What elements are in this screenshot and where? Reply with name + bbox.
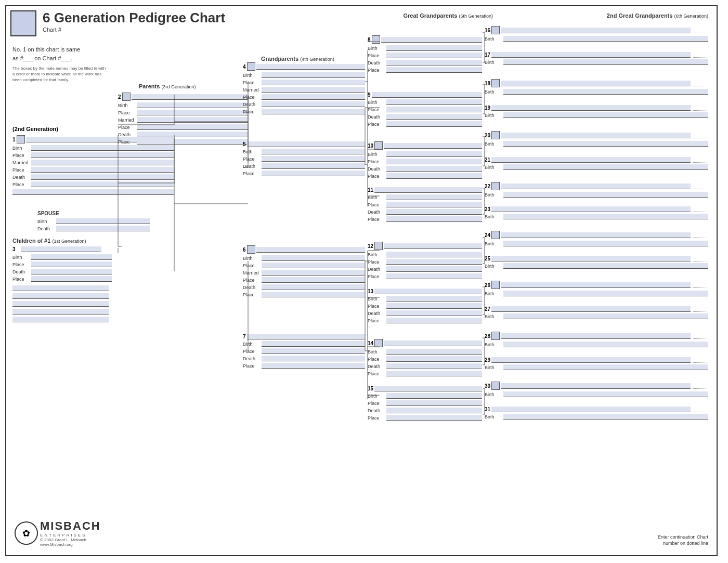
footer-enterprises: ENTERPRISES xyxy=(40,533,101,538)
c3-place: Place xyxy=(12,261,112,268)
p1-dplace-line[interactable] xyxy=(31,181,174,187)
person-15: 15 Birth Place Death Place xyxy=(368,386,482,422)
spouse-death-line[interactable] xyxy=(56,226,150,231)
gp-label: Grandparents (4th Generation) xyxy=(261,56,334,62)
ggp-label: Great Grandparents (5th Generation) xyxy=(403,12,493,19)
footer: ✿ MISBACH ENTERPRISES © 2002 Grant L. Mi… xyxy=(15,519,101,547)
person-24-box[interactable] xyxy=(491,231,500,239)
person-7: 7 Birth Place Death Place xyxy=(243,334,365,370)
extra-child-lines xyxy=(12,285,112,322)
children-lines: 3 Birth Place Death Place xyxy=(12,246,112,322)
person-10: 10 Birth Place Death Place xyxy=(368,141,482,180)
footer-url: www.Misbach.org xyxy=(40,542,101,547)
p1-place2-row: Place xyxy=(12,166,174,173)
person-18-box[interactable] xyxy=(491,79,500,87)
p1-death-line[interactable] xyxy=(31,174,174,180)
person-14: 14 Birth Place Death Place xyxy=(368,339,482,377)
p1-birth-line[interactable] xyxy=(31,145,174,151)
note-text: The boxes by the male names may be fille… xyxy=(12,66,109,83)
person-1-num: 1 xyxy=(12,137,16,142)
p1-place2-line[interactable] xyxy=(31,167,174,173)
footer-copyright: © 2002 Grant L. Misbach xyxy=(40,538,101,542)
c3-birth: Birth xyxy=(12,254,112,260)
person-20-box[interactable] xyxy=(491,131,500,139)
p1-married-line[interactable] xyxy=(31,160,174,165)
person-26: 26 Birth xyxy=(485,281,708,297)
person-14-box[interactable] xyxy=(374,339,383,347)
person-19: 19 Birth xyxy=(485,105,708,119)
person-5: 5 Birth Place Death Place xyxy=(243,141,365,177)
person-6: 6 Birth Place Married Place Death Place xyxy=(243,245,365,298)
person-21: 21 Birth xyxy=(485,157,708,171)
person-8: 8 Birth Place Death Place xyxy=(368,35,482,74)
person-16: 16 Birth xyxy=(485,26,708,43)
chart-number-label: Chart # xyxy=(43,27,225,33)
children-section: Children of #1 (1st Generation) xyxy=(12,238,86,244)
person-8-box[interactable] xyxy=(372,35,380,44)
person-23: 23 Birth xyxy=(485,206,708,220)
footer-logo: MISBACH xyxy=(40,519,101,533)
person-16-box[interactable] xyxy=(491,26,500,34)
spouse-birth-line[interactable] xyxy=(56,218,150,224)
spouse-birth-row: Birth xyxy=(37,218,150,225)
person-10-box[interactable] xyxy=(374,141,383,150)
person-1-box[interactable] xyxy=(17,135,25,143)
person-30-box[interactable] xyxy=(491,382,500,390)
p16-continuation[interactable] xyxy=(693,28,708,33)
gen2-section-label: (2nd Generation) xyxy=(12,126,58,132)
person-30: 30 Birth xyxy=(485,382,708,398)
spouse-section: SPOUSE Birth Death xyxy=(37,211,150,232)
person-2-box[interactable] xyxy=(122,93,131,101)
chart-box xyxy=(10,10,36,36)
person-11: 11 Birth Place Death Place xyxy=(368,187,482,223)
person-6-box[interactable] xyxy=(247,245,255,254)
person-24: 24 Birth xyxy=(485,231,708,247)
spouse-death-row: Death xyxy=(37,225,150,232)
person-17: 17 Birth xyxy=(485,52,708,66)
left-info: No. 1 on this chart is same as #___ on C… xyxy=(12,45,114,83)
footer-note: Enter continuation Chartnumber on dotted… xyxy=(658,534,708,547)
person-18: 18 Birth xyxy=(485,79,708,96)
person-4: 4 Birth Place Married Place Death Place xyxy=(243,62,365,115)
c3-death: Death xyxy=(12,268,112,275)
p1-dplace-row: Place xyxy=(12,181,174,188)
person-12: 12 Birth Place Death Place xyxy=(368,242,482,280)
person-22-box[interactable] xyxy=(491,182,500,190)
child-3-name[interactable] xyxy=(21,246,101,252)
person-2: 2 Birth Place Married Place Death Place xyxy=(118,93,248,146)
p1-place-line[interactable] xyxy=(31,152,174,158)
person-4-box[interactable] xyxy=(247,62,255,71)
p1-bottom-line[interactable] xyxy=(12,189,174,195)
person-22: 22 Birth xyxy=(485,182,708,199)
c3-dplace: Place xyxy=(12,276,112,282)
same-as-text: No. 1 on this chart is same as #___ on C… xyxy=(12,45,114,62)
footer-emblem: ✿ xyxy=(15,521,38,545)
person-26-box[interactable] xyxy=(491,281,500,289)
person-27: 27 Birth xyxy=(485,306,708,320)
person-13: 13 Birth Place Death Place xyxy=(368,289,482,324)
p1-death-row: Death xyxy=(12,174,174,180)
person-20: 20 Birth xyxy=(485,131,708,148)
person-31: 31 Birth xyxy=(485,407,708,421)
parents-label: Parents (3rd Generation) xyxy=(139,83,196,89)
person-25: 25 Birth xyxy=(485,256,708,270)
pedigree-chart: 6 Generation Pedigree Chart Chart # 2nd … xyxy=(5,5,718,556)
p1-married-row: Married xyxy=(12,159,174,166)
person-29: 29 Birth xyxy=(485,357,708,371)
person-28: 28 Birth xyxy=(485,332,708,348)
person-9: 9 Birth Place Death Place xyxy=(368,92,482,128)
person-28-box[interactable] xyxy=(491,332,500,340)
chart-title: 6 Generation Pedigree Chart xyxy=(43,10,225,25)
p1-place-row: Place xyxy=(12,152,174,159)
2ggp-label: 2nd Great Grandparents (6th Generation) xyxy=(607,12,708,19)
person-12-box[interactable] xyxy=(374,242,383,250)
